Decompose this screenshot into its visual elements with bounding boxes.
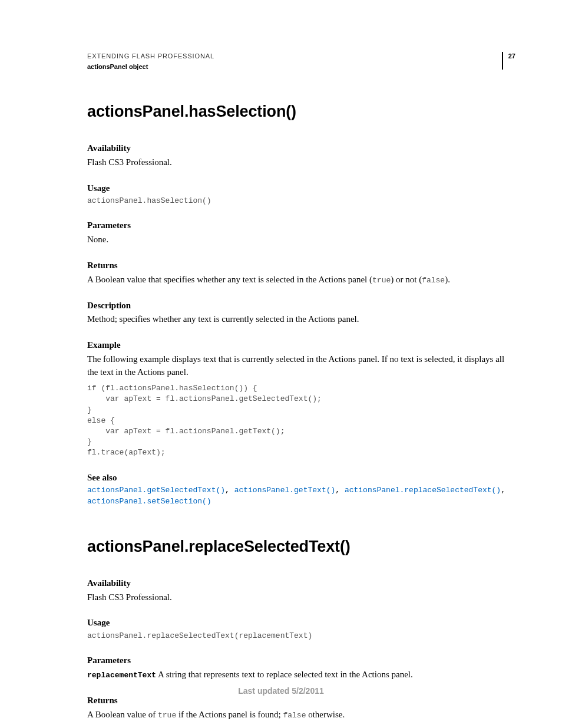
returns-false: false xyxy=(422,276,445,285)
returns-true: true xyxy=(158,711,176,720)
usage-label: Usage xyxy=(87,182,509,195)
topic-title: actionsPanel.replaceSelectedText() xyxy=(87,535,509,558)
returns-text: A Boolean value that specifies whether a… xyxy=(87,274,509,286)
description-label: Description xyxy=(87,299,509,312)
link-getselectedtext[interactable]: actionsPanel.getSelectedText() xyxy=(87,486,225,495)
usage-label: Usage xyxy=(87,617,509,630)
header-doc-title: EXTENDING FLASH PROFESSIONAL xyxy=(87,52,509,61)
returns-post: ). xyxy=(445,275,450,284)
returns-text: A Boolean value of true if the Actions p… xyxy=(87,709,509,722)
example-text: The following example displays text that… xyxy=(87,353,509,379)
link-replaceselectedtext[interactable]: actionsPanel.replaceSelectedText() xyxy=(345,486,501,495)
example-code: if (fl.actionsPanel.hasSelection()) { va… xyxy=(87,383,509,458)
usage-code: actionsPanel.hasSelection() xyxy=(87,196,509,206)
example-label: Example xyxy=(87,339,509,352)
topic-title: actionsPanel.hasSelection() xyxy=(87,100,509,123)
availability-text: Flash CS3 Professional. xyxy=(87,156,509,169)
page-body: EXTENDING FLASH PROFESSIONAL actionsPane… xyxy=(0,0,562,722)
availability-label: Availability xyxy=(87,142,509,155)
seealso-label: See also xyxy=(87,472,509,485)
availability-text: Flash CS3 Professional. xyxy=(87,591,509,604)
returns-true: true xyxy=(372,276,391,285)
running-header: EXTENDING FLASH PROFESSIONAL actionsPane… xyxy=(87,52,509,72)
link-gettext[interactable]: actionsPanel.getText() xyxy=(234,486,336,495)
returns-mid: ) or not ( xyxy=(391,275,422,284)
topic-has-selection: actionsPanel.hasSelection() Availability… xyxy=(87,100,509,507)
usage-code: actionsPanel.replaceSelectedText(replace… xyxy=(87,631,509,641)
parameters-text: replacementText A string that represents… xyxy=(87,668,509,681)
returns-false: false xyxy=(283,711,306,720)
returns-pre: A Boolean value of xyxy=(87,710,158,719)
param-name: replacementText xyxy=(87,671,156,680)
param-desc: A string that represents text to replace… xyxy=(156,670,413,679)
parameters-label: Parameters xyxy=(87,219,509,232)
description-text: Method; specifies whether any text is cu… xyxy=(87,313,509,326)
footer-last-updated: Last updated 5/2/2011 xyxy=(0,685,562,697)
link-setselection[interactable]: actionsPanel.setSelection() xyxy=(87,497,211,506)
parameters-label: Parameters xyxy=(87,654,509,667)
parameters-text: None. xyxy=(87,233,509,246)
seealso-links: actionsPanel.getSelectedText(), actionsP… xyxy=(87,485,509,506)
returns-post: otherwise. xyxy=(306,710,345,719)
returns-mid: if the Actions panel is found; xyxy=(176,710,283,719)
returns-label: Returns xyxy=(87,259,509,272)
header-section: actionsPanel object xyxy=(87,62,509,72)
availability-label: Availability xyxy=(87,577,509,590)
returns-pre: A Boolean value that specifies whether a… xyxy=(87,275,372,284)
